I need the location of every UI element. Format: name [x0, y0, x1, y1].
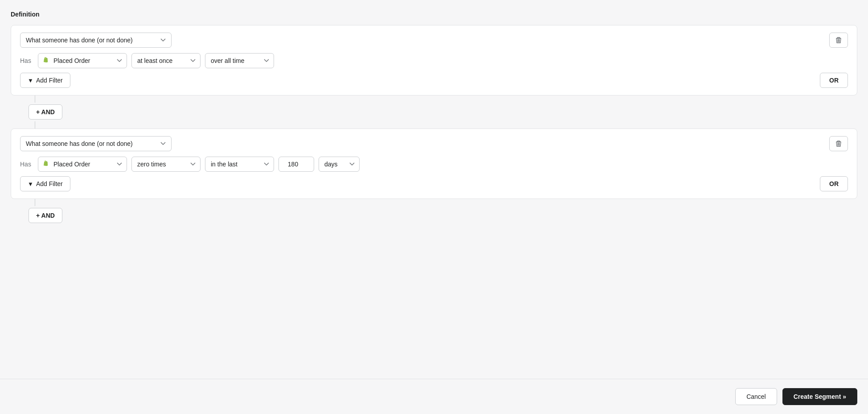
footer-bar: Cancel Create Segment »	[0, 379, 868, 414]
condition-1-main-select-wrapper: What someone has done (or not done) Prop…	[20, 33, 172, 48]
trash-icon	[835, 37, 842, 44]
condition-1-has-row: Has Placed Order Viewed Product Added to…	[20, 53, 848, 68]
create-segment-button[interactable]: Create Segment »	[782, 388, 857, 405]
condition-2-has-row: Has Placed Order Viewed Product Added to…	[20, 157, 848, 172]
cancel-button[interactable]: Cancel	[735, 388, 777, 405]
condition-1-top-row: What someone has done (or not done) Prop…	[20, 33, 848, 48]
condition-1-has-label: Has	[20, 57, 33, 64]
condition-1-event-wrapper: Placed Order Viewed Product Added to Car…	[38, 53, 127, 68]
condition-2-add-filter-label: Add Filter	[36, 180, 63, 187]
condition-1-add-filter-button[interactable]: ▼ Add Filter	[20, 73, 70, 88]
condition-2-number-input[interactable]: 180	[278, 157, 314, 172]
and-connector-2: + AND	[11, 199, 857, 225]
condition-2-event-wrapper: Placed Order Viewed Product Added to Car…	[38, 157, 127, 172]
condition-2-add-filter-button[interactable]: ▼ Add Filter	[20, 176, 70, 191]
condition-1-event-select[interactable]: Placed Order Viewed Product Added to Car…	[38, 53, 127, 68]
condition-1-frequency-select[interactable]: at least once zero times exactly at leas…	[131, 53, 201, 68]
and-button-2[interactable]: + AND	[29, 208, 62, 223]
condition-2-main-select[interactable]: What someone has done (or not done) Prop…	[20, 136, 172, 151]
condition-block-1: What someone has done (or not done) Prop…	[11, 25, 857, 95]
condition-1-time-select[interactable]: over all time in the last before after b…	[205, 53, 274, 68]
condition-2-main-select-wrapper: What someone has done (or not done) Prop…	[20, 136, 172, 151]
and-line-1	[35, 95, 35, 103]
condition-2-top-row: What someone has done (or not done) Prop…	[20, 136, 848, 151]
page-title: Definition	[11, 11, 857, 18]
condition-1-main-select[interactable]: What someone has done (or not done) Prop…	[20, 33, 172, 48]
condition-1-or-button[interactable]: OR	[820, 73, 848, 88]
condition-1-delete-button[interactable]	[829, 33, 848, 48]
condition-2-delete-button[interactable]	[829, 136, 848, 151]
filter-icon-2: ▼	[28, 181, 33, 187]
condition-1-actions-row: ▼ Add Filter OR	[20, 73, 848, 88]
condition-2-time-select[interactable]: over all time in the last before after b…	[205, 157, 274, 172]
condition-2-frequency-select[interactable]: at least once zero times exactly at leas…	[131, 157, 201, 172]
condition-2-or-button[interactable]: OR	[820, 176, 848, 191]
condition-1-add-filter-label: Add Filter	[36, 77, 63, 84]
and-line-1b	[35, 121, 35, 128]
trash-icon-2	[835, 140, 842, 147]
filter-icon-1: ▼	[28, 77, 33, 84]
and-line-2	[35, 199, 35, 206]
and-connector-1: + AND	[11, 95, 857, 128]
condition-2-has-label: Has	[20, 161, 33, 168]
condition-2-actions-row: ▼ Add Filter OR	[20, 176, 848, 191]
condition-2-days-select[interactable]: days weeks months years	[319, 157, 360, 172]
and-button-1[interactable]: + AND	[29, 104, 62, 120]
condition-2-event-select[interactable]: Placed Order Viewed Product Added to Car…	[38, 157, 127, 172]
condition-block-2: What someone has done (or not done) Prop…	[11, 128, 857, 199]
